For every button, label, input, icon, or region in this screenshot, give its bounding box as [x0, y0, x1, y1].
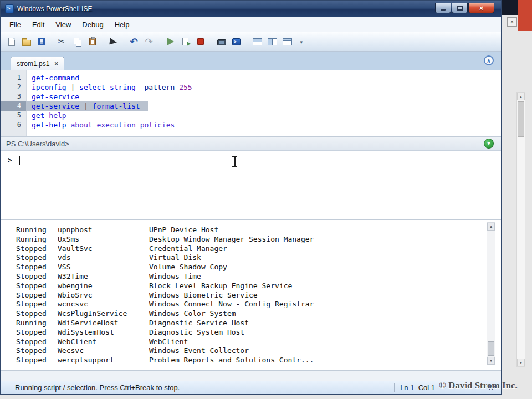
service-status: Stopped: [16, 328, 58, 337]
menu-debug[interactable]: Debug: [76, 19, 109, 30]
remote-computer-icon: [217, 39, 226, 45]
line-text: ipconfig | select-string -pattern 255: [26, 83, 192, 92]
maximize-button[interactable]: [452, 3, 468, 13]
video-watermark: © David Strom Inc.: [439, 380, 518, 391]
line-number: 1: [1, 73, 26, 83]
command-input-pane[interactable]: >: [1, 151, 501, 220]
editor-line[interactable]: 3get-service: [1, 92, 501, 101]
layout-split-horizontal-icon: [253, 38, 262, 45]
clear-output-button[interactable]: [106, 35, 121, 49]
layout-script-pane-right-button[interactable]: [265, 35, 280, 49]
text-caret: [19, 156, 20, 165]
stop-execution-button[interactable]: [193, 35, 208, 49]
run-selection-button[interactable]: [178, 35, 193, 49]
powershell-console-icon: [232, 38, 241, 45]
editor-line[interactable]: 2ipconfig | select-string -pattern 255: [1, 83, 501, 92]
line-number: 4: [1, 101, 26, 111]
service-row: StoppedwercplsupportProblem Reports and …: [16, 356, 501, 365]
start-powershell-console-button[interactable]: [229, 35, 244, 49]
menu-file[interactable]: File: [4, 19, 27, 30]
redo-button[interactable]: [142, 35, 157, 49]
page-scrollbar[interactable]: ▲ ▼: [516, 92, 525, 367]
service-status: Stopped: [16, 291, 58, 300]
page-scroll-up-button[interactable]: ▲: [517, 93, 525, 100]
service-status: Stopped: [16, 300, 58, 309]
line-text: get-command: [26, 73, 79, 83]
side-panel-close-button[interactable]: ×: [507, 17, 517, 27]
tab-strom1[interactable]: strom1.ps1 ×: [11, 57, 64, 70]
cursor-position-label: Ln 1 Col 1: [400, 383, 435, 392]
service-row: StoppedvdsVirtual Disk: [16, 253, 501, 263]
service-row: RunningUxSmsDesktop Window Manager Sessi…: [16, 235, 501, 244]
service-name: WbioSrvc: [58, 291, 149, 300]
layout-script-pane-top-button[interactable]: [250, 35, 265, 49]
menu-help[interactable]: Help: [109, 19, 135, 30]
status-message: Running script / selection. Press Ctrl+B…: [15, 383, 388, 392]
line-number: 3: [1, 92, 26, 101]
layout-split-vertical-icon: [268, 38, 277, 45]
arrow-down-icon: ▼: [487, 141, 492, 146]
open-folder-icon: [22, 40, 31, 46]
chevron-up-icon: ∧: [487, 58, 490, 64]
mouse-ibeam-cursor: [232, 156, 237, 167]
page-scroll-down-button[interactable]: ▼: [517, 359, 525, 366]
editor-line[interactable]: 1get-command: [1, 73, 501, 83]
status-bar: Running script / selection. Press Ctrl+B…: [1, 381, 501, 394]
line-text: get help: [26, 111, 66, 120]
window-controls: ×: [435, 1, 498, 13]
service-name: WebClient: [58, 337, 149, 347]
toolbar-separator: [247, 35, 247, 48]
service-status: Stopped: [16, 282, 58, 291]
status-separator: [394, 383, 395, 392]
toolbar-overflow-button[interactable]: [295, 35, 310, 49]
service-description: WebClient: [149, 337, 501, 347]
service-row: StoppedVaultSvcCredential Manager: [16, 244, 501, 254]
menu-view[interactable]: View: [50, 19, 76, 30]
undo-button[interactable]: [127, 35, 142, 49]
service-description: Volume Shadow Copy: [149, 263, 501, 272]
layout-script-pane-max-button[interactable]: [280, 35, 295, 49]
output-pane[interactable]: RunningupnphostUPnP Device HostRunningUx…: [1, 220, 501, 371]
paste-button[interactable]: [85, 35, 100, 49]
run-script-button[interactable]: [163, 35, 178, 49]
open-script-button[interactable]: [19, 35, 34, 49]
close-button[interactable]: ×: [468, 3, 494, 13]
command-prompt: >: [8, 156, 12, 164]
scroll-up-button[interactable]: ▲: [487, 223, 495, 231]
menu-edit[interactable]: Edit: [27, 19, 50, 30]
editor-line[interactable]: 4get-service | format-list: [1, 101, 501, 111]
copy-button[interactable]: [70, 35, 85, 49]
scrollbar-thumb[interactable]: [488, 341, 494, 356]
service-row: StoppedWecsvcWindows Event Collector: [16, 346, 501, 356]
new-script-button[interactable]: [4, 35, 19, 49]
output-scrollbar[interactable]: ▲ ▼: [487, 222, 495, 365]
editor-line[interactable]: 5get help: [1, 111, 501, 120]
line-number: 2: [1, 83, 26, 92]
service-name: VSS: [58, 263, 149, 272]
collapse-script-pane-button[interactable]: ∧: [484, 55, 494, 65]
scroll-down-button[interactable]: ▼: [487, 357, 495, 365]
editor-line[interactable]: 6get-help about_execution_policies: [1, 120, 501, 130]
service-description: UPnP Device Host: [149, 226, 501, 235]
toolbar-separator: [160, 35, 160, 48]
title-bar[interactable]: Windows PowerShell ISE ×: [1, 1, 501, 17]
stop-square-icon: [197, 38, 204, 45]
service-name: upnphost: [58, 226, 149, 235]
service-name: Wecsvc: [58, 346, 149, 356]
service-name: wercplsupport: [58, 356, 149, 365]
expand-command-pane-button[interactable]: ▼: [484, 139, 494, 149]
service-list: RunningupnphostUPnP Device HostRunningUx…: [1, 220, 501, 365]
tab-close-icon[interactable]: ×: [54, 61, 58, 66]
command-pane-header: PS C:\Users\david> ▼: [1, 137, 501, 151]
script-editor-pane[interactable]: 1get-command2ipconfig | select-string -p…: [1, 70, 501, 137]
service-row: StoppedWebClientWebClient: [16, 337, 501, 347]
window-title: Windows PowerShell ISE: [17, 5, 92, 13]
service-name: UxSms: [58, 235, 149, 244]
save-button[interactable]: [34, 35, 49, 49]
cut-button[interactable]: [55, 35, 70, 49]
service-row: StoppedW32TimeWindows Time: [16, 272, 501, 282]
page-scrollbar-thumb[interactable]: [518, 101, 524, 137]
minimize-button[interactable]: [435, 3, 451, 13]
toolbar-separator: [124, 35, 124, 48]
new-remote-powershell-tab-button[interactable]: [214, 35, 229, 49]
